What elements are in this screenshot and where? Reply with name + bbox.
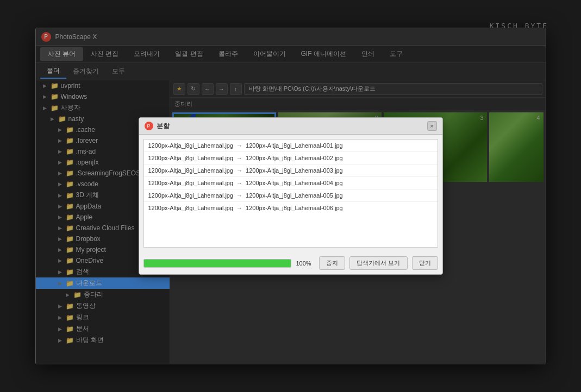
file-row: 1200px-Altja_j8gi_Lahemaal.jpg→1200px-Al… [144,202,438,214]
file-source: 1200px-Altja_j8gi_Lahemaal.jpg [148,192,234,199]
file-list: 1200px-Altja_j8gi_Lahemaal.jpg→1200px-Al… [143,139,438,248]
arrow-icon: → [236,192,242,199]
arrow-icon: → [236,155,242,161]
progress-text: 100% [296,260,315,267]
progress-bar-fill [144,260,291,267]
dialog: P 분할 × 1200px-Altja_j8gi_Lahemaal.jpg→12… [139,117,443,275]
file-row: 1200px-Altja_j8gi_Lahemaal.jpg→1200px-Al… [144,140,438,152]
arrow-icon: → [236,142,242,149]
file-dest: 1200px-Altja_j8gi_Lahemaal-001.jpg [246,142,343,149]
dialog-close-btn[interactable]: × [427,121,437,131]
file-source: 1200px-Altja_j8gi_Lahemaal.jpg [148,167,234,174]
file-dest: 1200px-Altja_j8gi_Lahemaal-006.jpg [246,205,343,211]
file-source: 1200px-Altja_j8gi_Lahemaal.jpg [148,155,234,161]
arrow-icon: → [236,205,242,211]
file-row: 1200px-Altja_j8gi_Lahemaal.jpg→1200px-Al… [144,165,438,177]
file-source: 1200px-Altja_j8gi_Lahemaal.jpg [148,180,234,186]
stop-button[interactable]: 중지 [319,256,345,270]
arrow-icon: → [236,180,242,186]
dialog-title-bar: P 분할 × [139,118,442,135]
file-source: 1200px-Altja_j8gi_Lahemaal.jpg [148,142,234,149]
file-row: 1200px-Altja_j8gi_Lahemaal.jpg→1200px-Al… [144,177,438,189]
main-content: ▶📁uvprint▶📁Windows▶📁사용자▶📁nasty▶📁.cache▶📁… [36,80,546,364]
dialog-logo: P [145,122,153,130]
dialog-footer: 100% 중지 탐색기에서 보기 닫기 [139,252,442,274]
file-dest: 1200px-Altja_j8gi_Lahemaal-005.jpg [246,192,343,199]
app-window: P PhotoScape X 사진 뷰어사진 편집오려내기일괄 편집콜라주이어붙… [35,28,546,364]
browse-button[interactable]: 탐색기에서 보기 [349,256,407,270]
dialog-body: 1200px-Altja_j8gi_Lahemaal.jpg→1200px-Al… [139,135,442,252]
file-dest: 1200px-Altja_j8gi_Lahemaal-003.jpg [246,167,343,174]
file-dest: 1200px-Altja_j8gi_Lahemaal-004.jpg [246,180,343,186]
file-source: 1200px-Altja_j8gi_Lahemaal.jpg [148,205,234,211]
close-dialog-button[interactable]: 닫기 [412,256,438,270]
file-row: 1200px-Altja_j8gi_Lahemaal.jpg→1200px-Al… [144,152,438,165]
right-panel: ★ ↻ ← → ↑ 바탕 화면\내 PC\Os (C:\)\사용자\nasty\… [170,80,546,364]
progress-bar-container [143,259,292,268]
file-row: 1200px-Altja_j8gi_Lahemaal.jpg→1200px-Al… [144,189,438,202]
file-dest: 1200px-Altja_j8gi_Lahemaal-002.jpg [246,155,343,161]
arrow-icon: → [236,167,242,174]
dialog-title: 분할 [157,122,427,131]
dialog-overlay: P 분할 × 1200px-Altja_j8gi_Lahemaal.jpg→12… [36,80,546,364]
